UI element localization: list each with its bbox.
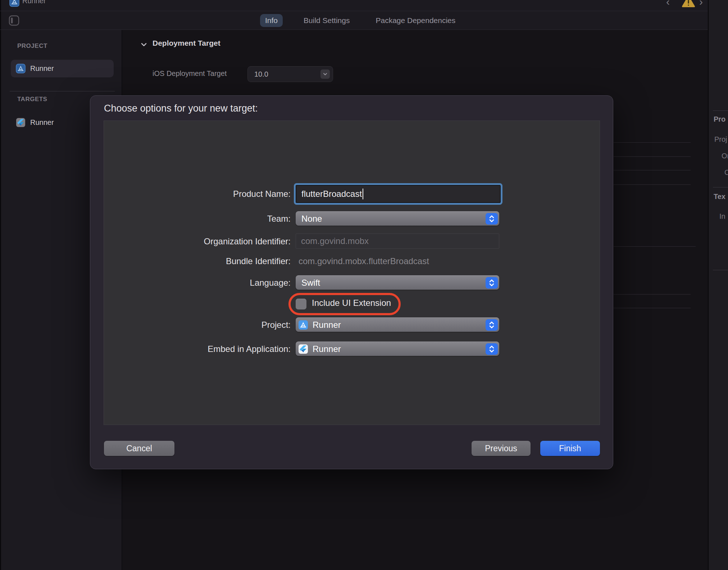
bundle-identifier-value: com.govind.mobx.flutterBroadcast: [299, 256, 429, 266]
project-value: Runner: [313, 320, 486, 330]
divider: [713, 270, 728, 270]
inspector-item: Proj: [714, 135, 727, 144]
sidebar-item-label: Runner: [30, 118, 54, 127]
targets-section-header: TARGETS: [17, 96, 47, 103]
table-row-divider: [614, 142, 691, 143]
previous-button[interactable]: Previous: [472, 441, 531, 456]
tab-package-dependencies[interactable]: Package Dependencies: [370, 14, 460, 27]
xcode-window: Runner ‹ › Ide Info Build Settings Packa…: [0, 0, 728, 570]
cancel-button[interactable]: Cancel: [104, 441, 174, 456]
stepper-icon: [486, 319, 498, 331]
back-icon[interactable]: ‹: [666, 0, 670, 6]
stepper-icon: [486, 213, 498, 225]
divider: [713, 110, 728, 111]
organization-identifier-field: com.govind.mobx: [296, 234, 499, 249]
inspector-item: In: [719, 212, 725, 221]
project-label: Project:: [104, 320, 291, 330]
chevron-down-icon[interactable]: [140, 41, 148, 48]
new-target-options-dialog: Choose options for your new target: Prod…: [90, 95, 613, 469]
organization-identifier-value: com.govind.mobx: [301, 236, 369, 246]
warning-icon[interactable]: [681, 0, 696, 8]
table-row-divider: [614, 156, 691, 157]
inspector-item: C: [724, 168, 728, 177]
language-select[interactable]: Swift: [296, 275, 499, 290]
dialog-form-panel: Product Name: flutterBroadcast Team: Non…: [104, 121, 600, 425]
tab-build-settings[interactable]: Build Settings: [299, 14, 355, 27]
project-section-header: PROJECT: [17, 42, 47, 50]
section-title: Deployment Target: [153, 39, 220, 48]
inspector-item: Tex: [714, 193, 725, 201]
table-row-divider: [614, 184, 691, 185]
sidebar-item-project-runner[interactable]: Runner: [11, 60, 114, 77]
table-row-divider: [614, 170, 691, 171]
forward-icon[interactable]: ›: [699, 0, 703, 6]
organization-identifier-label: Organization Identifier:: [104, 236, 291, 246]
table-row-divider: [614, 308, 691, 308]
chevron-down-icon: [320, 69, 330, 79]
team-value: None: [301, 214, 486, 224]
table-row-divider: [614, 294, 691, 295]
ios-deployment-value: 10.0: [254, 70, 320, 78]
team-label: Team:: [104, 214, 291, 224]
inspector-item: Or: [722, 152, 728, 160]
team-select[interactable]: None: [296, 211, 499, 226]
finish-button[interactable]: Finish: [540, 441, 600, 456]
stepper-icon: [486, 277, 498, 289]
project-select[interactable]: Runner: [296, 317, 499, 332]
table-row-divider: [614, 246, 696, 247]
ios-deployment-select[interactable]: 10.0: [247, 66, 333, 82]
app-store-icon: [16, 64, 26, 73]
sidebar-toggle-icon[interactable]: [9, 15, 19, 26]
product-name-value: flutterBroadcast: [301, 189, 362, 199]
dialog-title: Choose options for your new target:: [104, 103, 258, 114]
embed-in-application-select[interactable]: Runner: [296, 341, 499, 356]
annotation-highlight-circle: [288, 293, 401, 315]
language-value: Swift: [301, 278, 486, 288]
product-name-input[interactable]: flutterBroadcast: [296, 185, 501, 203]
stepper-icon: [486, 343, 498, 355]
flutter-icon: [298, 344, 308, 354]
window-project-title: Runner: [22, 0, 46, 5]
app-store-icon: [298, 320, 308, 330]
app-store-icon: [9, 0, 19, 7]
editor-tabbar: Info Build Settings Package Dependencies: [260, 14, 460, 27]
inspector-item: Pro: [714, 115, 725, 123]
ios-deployment-label: iOS Deployment Target: [153, 69, 227, 78]
language-label: Language:: [104, 278, 291, 288]
inspector-panel: [708, 0, 728, 570]
divider: [0, 11, 708, 11]
flutter-icon: [16, 118, 26, 127]
divider: [713, 187, 728, 187]
bundle-identifier-label: Bundle Identifier:: [104, 256, 291, 266]
embed-in-application-label: Embed in Application:: [104, 344, 291, 354]
divider: [10, 91, 115, 91]
text-cursor: [363, 189, 363, 199]
sidebar-item-label: Runner: [30, 64, 54, 73]
embed-in-application-value: Runner: [313, 344, 486, 354]
product-name-label: Product Name:: [104, 189, 291, 199]
tab-info[interactable]: Info: [260, 14, 283, 27]
